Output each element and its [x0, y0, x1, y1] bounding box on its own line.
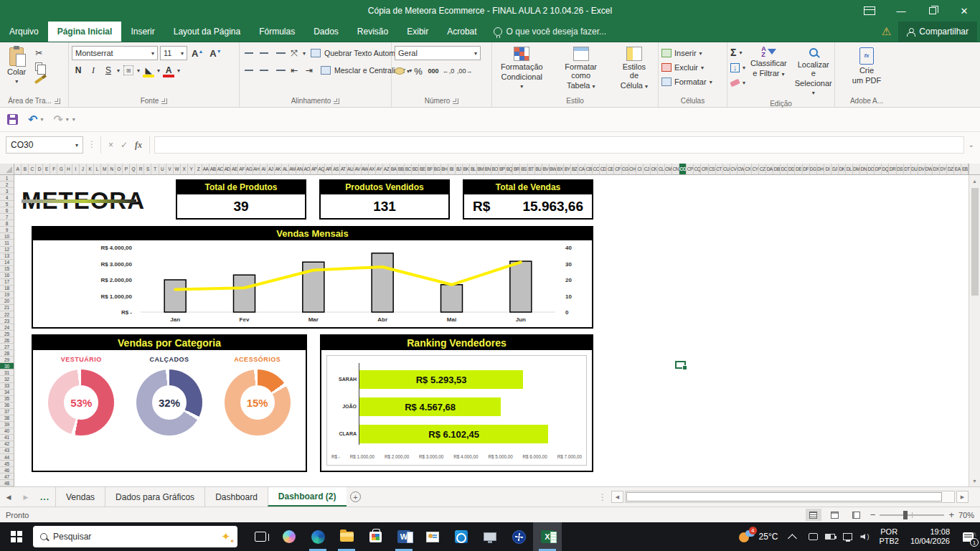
row-header-18[interactable]: 18 — [0, 286, 14, 292]
row-header-43[interactable]: 43 — [0, 448, 14, 454]
align-center-button[interactable] — [258, 66, 270, 75]
fill-button[interactable]: ↓▾ — [730, 61, 745, 74]
column-header-AD[interactable]: AD — [224, 164, 231, 174]
column-header-BM[interactable]: BM — [477, 164, 484, 174]
column-header-CO[interactable]: CO — [679, 164, 687, 174]
row-header-24[interactable]: 24 — [0, 324, 14, 331]
new-sheet-button[interactable]: + — [347, 487, 365, 507]
number-format-select[interactable]: Geral▾ — [395, 46, 481, 60]
column-header-DU[interactable]: DU — [911, 164, 918, 174]
column-header-Y[interactable]: Y — [188, 164, 195, 174]
kpi-total-vendas[interactable]: Total de Vendas R$15.963,66 — [463, 179, 593, 220]
accounting-format-button[interactable] — [395, 67, 405, 75]
increase-indent-button[interactable]: ⇥ — [303, 64, 316, 77]
column-header-CQ[interactable]: CQ — [694, 164, 701, 174]
sheet-tab-dados[interactable]: Dados para Gráficos — [105, 487, 204, 507]
row-header-19[interactable]: 19 — [0, 292, 14, 298]
row-header-15[interactable]: 15 — [0, 266, 14, 273]
column-header-DD[interactable]: DD — [788, 164, 795, 174]
zoom-slider[interactable] — [880, 514, 944, 516]
row-header-41[interactable]: 41 — [0, 435, 14, 441]
redo-button[interactable]: ↷ — [53, 113, 62, 126]
row-header-38[interactable]: 38 — [0, 415, 14, 422]
row-header-4[interactable]: 4 — [0, 194, 14, 201]
column-header-BK[interactable]: BK — [463, 164, 470, 174]
store-button[interactable] — [361, 522, 390, 551]
column-header-DB[interactable]: DB — [773, 164, 781, 174]
find-select-button[interactable]: Localizar e Selecionar ▾ — [792, 44, 835, 99]
column-header-CN[interactable]: CN — [672, 164, 679, 174]
column-header-J[interactable]: J — [80, 164, 87, 174]
column-header-BO[interactable]: BO — [491, 164, 499, 174]
tab-exibir[interactable]: Exibir — [397, 22, 438, 42]
column-header-EB[interactable]: EB — [961, 164, 969, 174]
column-header-BL[interactable]: BL — [470, 164, 477, 174]
outlook-button[interactable] — [447, 522, 476, 551]
column-header-CR[interactable]: CR — [701, 164, 708, 174]
formula-input[interactable] — [154, 136, 964, 154]
tell-me-search[interactable]: O que você deseja fazer... — [486, 22, 613, 42]
column-header-BB[interactable]: BB — [397, 164, 405, 174]
vendas-mensais-chart[interactable]: Vendas Mensais R$ 4.000,0040R$ 3.000,003… — [32, 226, 593, 329]
scroll-left-arrow[interactable]: ◀ — [611, 491, 623, 503]
column-header-AS[interactable]: AS — [332, 164, 339, 174]
column-header-AT[interactable]: AT — [340, 164, 347, 174]
fill-color-button[interactable]: ◣ — [142, 64, 155, 77]
column-header-DN[interactable]: DN — [860, 164, 867, 174]
column-header-DV[interactable]: DV — [918, 164, 925, 174]
zoom-in-button[interactable]: + — [948, 509, 954, 520]
column-header-P[interactable]: P — [123, 164, 130, 174]
column-header-DW[interactable]: DW — [925, 164, 933, 174]
row-header-2[interactable]: 2 — [0, 182, 14, 188]
column-header-DK[interactable]: DK — [839, 164, 846, 174]
column-header-DO[interactable]: DO — [867, 164, 875, 174]
tray-expand-chevron[interactable] — [788, 534, 797, 543]
screen-record-tray-icon[interactable] — [804, 522, 821, 551]
column-header-BY[interactable]: BY — [564, 164, 571, 174]
vendas-categoria-chart[interactable]: Vendas por Categoria VESTUÁRIO 53% CALÇA… — [32, 334, 307, 472]
column-header-S[interactable]: S — [144, 164, 151, 174]
column-header-AR[interactable]: AR — [325, 164, 332, 174]
column-header-AZ[interactable]: AZ — [383, 164, 390, 174]
column-header-BZ[interactable]: BZ — [571, 164, 578, 174]
worksheet-canvas[interactable]: METEORA Total de Produtos 39 Produtos Ve… — [14, 175, 969, 486]
row-header-36[interactable]: 36 — [0, 402, 14, 409]
column-header-CW[interactable]: CW — [738, 164, 745, 174]
italic-button[interactable]: I — [87, 64, 100, 77]
column-header-AL[interactable]: AL — [282, 164, 289, 174]
column-header-EA[interactable]: EA — [954, 164, 961, 174]
row-header-44[interactable]: 44 — [0, 454, 14, 461]
column-header-AO[interactable]: AO — [303, 164, 311, 174]
scroll-up-arrow[interactable]: ▲ — [969, 175, 980, 187]
row-header-40[interactable]: 40 — [0, 428, 14, 435]
column-header-DY[interactable]: DY — [940, 164, 947, 174]
column-header-CV[interactable]: CV — [730, 164, 738, 174]
paste-button[interactable]: Colar ▾ — [3, 44, 30, 95]
file-explorer-button[interactable] — [332, 522, 361, 551]
zoom-slider-thumb[interactable] — [903, 511, 908, 519]
page-layout-view-button[interactable] — [827, 509, 843, 521]
column-header-DH[interactable]: DH — [817, 164, 824, 174]
clock[interactable]: 19:08 10/04/2026 — [905, 527, 956, 546]
column-header-AJ[interactable]: AJ — [268, 164, 275, 174]
align-left-button[interactable] — [242, 66, 255, 75]
kpi-total-produtos[interactable]: Total de Produtos 39 — [176, 179, 306, 220]
decrease-decimal-button[interactable]: ,00→ — [457, 65, 473, 77]
column-header-BV[interactable]: BV — [542, 164, 550, 174]
column-header-G[interactable]: G — [57, 164, 65, 174]
warning-icon[interactable]: ⚠ — [882, 25, 891, 38]
horizontal-scroll-thumb[interactable] — [626, 492, 942, 501]
column-header-BU[interactable]: BU — [535, 164, 542, 174]
column-header-BQ[interactable]: BQ — [506, 164, 513, 174]
active-cell-co30[interactable] — [675, 361, 686, 369]
column-header-C[interactable]: C — [29, 164, 36, 174]
create-pdf-button[interactable]: fx Crie um PDF — [848, 44, 885, 95]
row-header-10[interactable]: 10 — [0, 233, 14, 240]
increase-decimal-button[interactable]: ←,0 — [442, 65, 455, 77]
column-header-CL[interactable]: CL — [658, 164, 665, 174]
column-header-AM[interactable]: AM — [289, 164, 296, 174]
column-header-CJ[interactable]: CJ — [644, 164, 651, 174]
column-header-I[interactable]: I — [72, 164, 80, 174]
column-header-DA[interactable]: DA — [766, 164, 773, 174]
dialog-launcher-icon[interactable] — [334, 98, 339, 104]
